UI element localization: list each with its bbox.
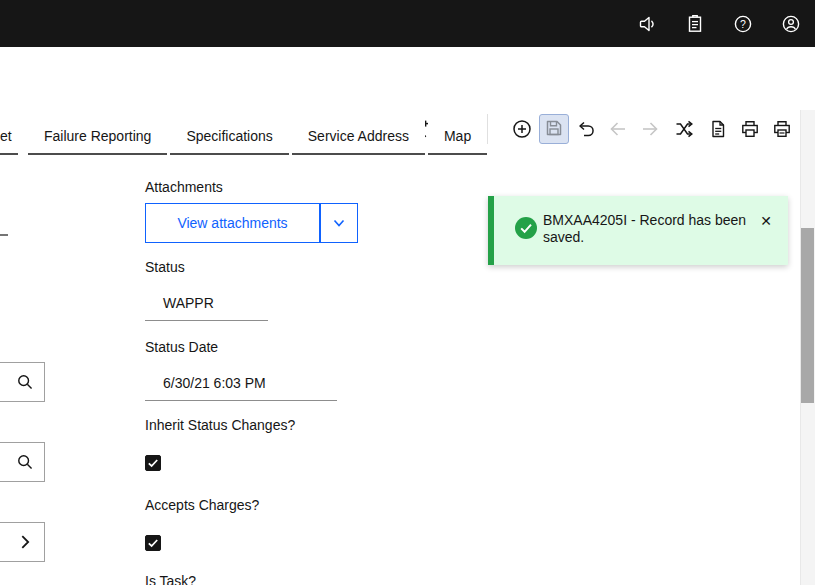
is-task-label: Is Task? <box>145 572 196 585</box>
checkmark-icon <box>146 536 160 550</box>
workflow-icon <box>674 119 694 139</box>
tab-bar: Failure Reporting Specifications Service… <box>28 118 487 155</box>
top-app-bar: ? <box>0 0 815 47</box>
toast-close-button[interactable]: ✕ <box>756 211 776 231</box>
save-button[interactable] <box>539 114 569 144</box>
attachments-dropdown-button[interactable] <box>320 203 358 243</box>
inherit-status-label: Inherit Status Changes? <box>145 416 295 434</box>
search-icon <box>16 373 34 391</box>
status-value: WAPPR <box>163 294 214 312</box>
vertical-scrollbar-thumb[interactable] <box>801 228 814 403</box>
view-attachments-label: View attachments <box>177 215 287 231</box>
previous-record-icon <box>608 119 628 139</box>
next-record-button[interactable] <box>638 117 662 141</box>
checkmark-icon <box>146 456 160 470</box>
tab-partial[interactable]: et <box>0 118 18 155</box>
clipped-field-underline <box>0 234 8 236</box>
tasks-icon <box>685 14 705 34</box>
app-window: ? <box>0 0 815 585</box>
toast-message: BMXAA4205I - Record has been saved. <box>543 212 758 246</box>
help-icon: ? <box>733 14 753 34</box>
tab-label: Specifications <box>186 128 272 144</box>
next-record-icon <box>640 119 660 139</box>
success-toast: BMXAA4205I - Record has been saved. ✕ <box>488 196 788 265</box>
chevron-down-icon <box>331 215 347 231</box>
account-icon <box>781 14 801 34</box>
inherit-status-checkbox[interactable] <box>145 455 161 471</box>
undo-button[interactable] <box>574 117 598 141</box>
report-icon <box>708 119 728 139</box>
close-icon: ✕ <box>760 213 772 229</box>
accepts-charges-checkbox[interactable] <box>145 535 161 551</box>
help-button[interactable]: ? <box>733 14 753 34</box>
tab-label: Failure Reporting <box>44 128 151 144</box>
announcement-button[interactable] <box>637 14 657 34</box>
workflow-button[interactable] <box>672 117 696 141</box>
field-lookup-button-1[interactable] <box>0 362 45 402</box>
add-record-icon <box>512 119 532 139</box>
tab-map[interactable]: Map <box>428 118 487 155</box>
tab-label: Service Address <box>308 128 409 144</box>
accepts-charges-label: Accepts Charges? <box>145 496 259 514</box>
status-date-field-underline <box>145 400 337 401</box>
print-alt-button[interactable] <box>770 117 794 141</box>
tab-label: Map <box>444 128 471 144</box>
search-icon <box>16 453 34 471</box>
chevron-right-icon <box>16 533 34 551</box>
record-toolbar <box>0 47 815 110</box>
print-icon <box>740 119 760 139</box>
previous-record-button[interactable] <box>606 117 630 141</box>
svg-text:?: ? <box>740 18 746 30</box>
field-lookup-button-2[interactable] <box>0 442 45 482</box>
account-button[interactable] <box>781 14 801 34</box>
print-button[interactable] <box>738 117 762 141</box>
vertical-scrollbar-track[interactable] <box>800 110 815 585</box>
report-button[interactable] <box>706 117 730 141</box>
tab-failure-reporting[interactable]: Failure Reporting <box>28 118 167 155</box>
detail-menu-button[interactable] <box>0 522 45 562</box>
save-icon <box>544 118 564 141</box>
add-record-button[interactable] <box>510 117 534 141</box>
success-check-icon <box>515 217 537 239</box>
announcement-icon <box>637 14 657 34</box>
attachments-label: Attachments <box>145 178 223 196</box>
status-label: Status <box>145 258 185 276</box>
tab-partial-label: et <box>0 128 12 144</box>
view-attachments-button[interactable]: View attachments <box>145 203 320 243</box>
tab-specifications[interactable]: Specifications <box>170 118 288 155</box>
undo-icon <box>576 119 596 139</box>
status-date-value: 6/30/21 6:03 PM <box>163 374 266 392</box>
status-date-label: Status Date <box>145 338 218 356</box>
tasks-button[interactable] <box>685 14 705 34</box>
print-alt-icon <box>772 119 792 139</box>
status-field-underline <box>145 320 268 321</box>
tab-service-address[interactable]: Service Address <box>292 118 425 155</box>
